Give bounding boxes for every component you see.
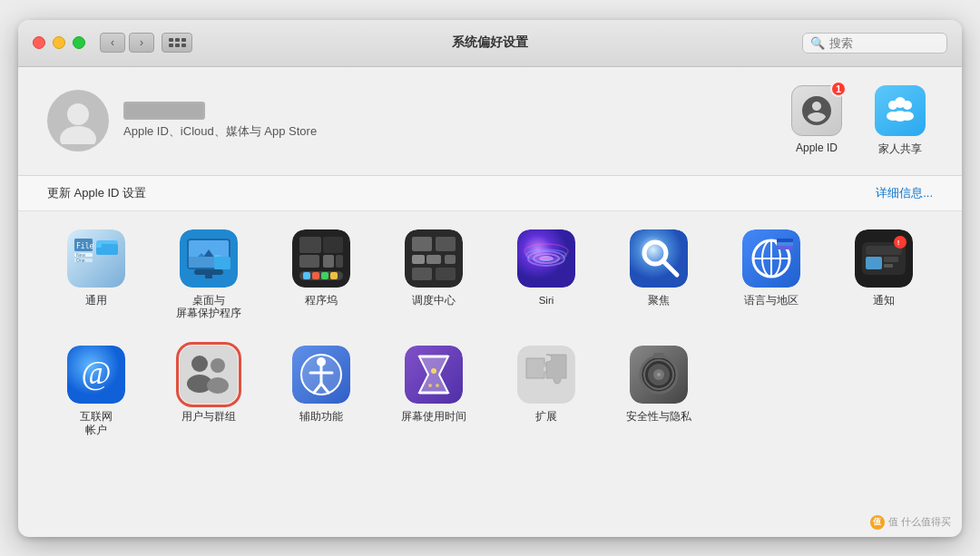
svg-text:File: File (76, 242, 93, 250)
grid-item-screentime[interactable]: 屏幕使用时间 (381, 346, 486, 437)
grid-item-internet[interactable]: @ 互联网帐户 (44, 346, 149, 437)
svg-point-95 (436, 384, 439, 387)
banner: 更新 Apple ID 设置 详细信息... (18, 176, 962, 211)
maximize-button[interactable] (73, 36, 85, 49)
svg-point-93 (431, 368, 436, 374)
svg-rect-42 (412, 237, 432, 251)
grid-item-notifications[interactable]: ! 通知 (831, 229, 936, 321)
mission-icon (405, 229, 463, 288)
svg-point-0 (67, 103, 89, 125)
watermark-text: 值 什么值得买 (888, 515, 951, 529)
siri-icon (517, 229, 575, 288)
svg-point-80 (211, 358, 225, 373)
wallpaper-icon (180, 229, 238, 288)
main-window: ‹ › 系统偏好设置 🔍 Apple ID、iCloud、媒体与 (18, 20, 962, 537)
forward-button[interactable]: › (129, 33, 154, 53)
family-sharing-icon-bg (875, 85, 926, 136)
family-sharing-icon-item[interactable]: 家人共享 (867, 85, 933, 157)
nav-buttons: ‹ › (100, 33, 154, 53)
apple-id-icon-item[interactable]: 1 Apple ID (784, 85, 849, 154)
svg-rect-33 (299, 255, 319, 268)
back-button[interactable]: ‹ (100, 33, 125, 53)
internet-label: 互联网帐户 (80, 410, 113, 437)
internet-icon: @ (67, 346, 125, 404)
svg-rect-39 (321, 272, 328, 279)
grid-item-dock[interactable]: 程序坞 (269, 229, 374, 321)
svg-rect-35 (336, 255, 343, 268)
general-icon: File New One (67, 229, 125, 288)
accessibility-icon (292, 346, 350, 404)
top-right-icons: 1 Apple ID (784, 85, 933, 157)
traffic-lights (33, 36, 85, 49)
dock-icon (292, 229, 350, 288)
grid-icon (169, 38, 186, 47)
grid-item-general[interactable]: File New One 通用 (44, 229, 149, 321)
svg-rect-74 (884, 264, 893, 268)
grid-item-spotlight[interactable]: 聚焦 (606, 229, 711, 321)
svg-rect-65 (777, 242, 793, 246)
minimize-button[interactable] (53, 36, 65, 49)
svg-point-78 (191, 356, 208, 372)
svg-rect-64 (777, 239, 793, 242)
avatar (47, 90, 109, 151)
grid-item-wallpaper[interactable]: 桌面与屏幕保护程序 (156, 229, 261, 321)
apple-id-label: Apple ID (796, 141, 838, 154)
apple-id-badge: 1 (830, 81, 847, 97)
profile-subtitle: Apple ID、iCloud、媒体与 App Store (123, 123, 317, 140)
notifications-label: 通知 (873, 294, 895, 307)
notifications-icon: ! (855, 229, 913, 288)
svg-rect-55 (630, 229, 688, 288)
svg-text:One: One (76, 258, 85, 263)
svg-rect-40 (330, 272, 338, 279)
banner-text: 更新 Apple ID 设置 (47, 185, 146, 201)
family-sharing-icon-wrapper (875, 85, 926, 136)
search-icon: 🔍 (810, 36, 825, 50)
banner-link[interactable]: 详细信息... (876, 185, 933, 201)
svg-rect-44 (412, 255, 425, 264)
apple-id-icon-wrapper: 1 (791, 85, 842, 136)
profile-info: Apple ID、iCloud、媒体与 App Store (123, 102, 317, 140)
users-icon (180, 346, 238, 404)
profile-section[interactable]: Apple ID、iCloud、媒体与 App Store 1 Apple ID (18, 67, 962, 176)
accessibility-label: 辅助功能 (299, 410, 343, 424)
extensions-label: 扩展 (535, 410, 557, 424)
svg-rect-18 (96, 244, 102, 248)
dock-label: 程序坞 (305, 294, 338, 307)
language-label: 语言与地区 (744, 294, 799, 307)
grid-item-siri[interactable]: Siri (494, 229, 599, 321)
grid-item-mission[interactable]: 调度中心 (381, 229, 486, 321)
search-input[interactable] (829, 36, 938, 50)
close-button[interactable] (33, 36, 45, 49)
grid-item-security[interactable]: 安全性与隐私 (606, 346, 711, 437)
svg-rect-73 (884, 257, 898, 262)
svg-rect-31 (299, 237, 321, 253)
svg-point-70 (894, 236, 906, 249)
settings-grid: File New One 通用 (18, 211, 962, 456)
svg-rect-48 (436, 268, 456, 280)
svg-rect-47 (412, 268, 432, 280)
svg-rect-38 (312, 272, 319, 279)
profile-name (123, 102, 317, 120)
general-label: 通用 (85, 294, 107, 307)
svg-text:!: ! (897, 239, 900, 247)
grid-item-language[interactable]: 语言与地区 (719, 229, 824, 321)
grid-view-button[interactable] (162, 33, 192, 53)
svg-rect-25 (194, 269, 223, 275)
svg-point-101 (657, 373, 661, 376)
watermark: 值 值 什么值得买 (870, 515, 951, 530)
grid-item-extensions[interactable]: 扩展 (494, 346, 599, 437)
svg-rect-77 (180, 346, 238, 404)
svg-rect-45 (426, 255, 441, 264)
svg-rect-32 (323, 237, 343, 253)
svg-rect-43 (436, 237, 456, 251)
family-sharing-label: 家人共享 (878, 141, 922, 157)
svg-point-1 (60, 126, 96, 144)
grid-item-users[interactable]: 用户与群组 (156, 346, 261, 437)
watermark-logo: 值 (870, 515, 885, 530)
window-title: 系统偏好设置 (452, 34, 528, 51)
screentime-icon (405, 346, 463, 404)
search-box[interactable]: 🔍 (802, 33, 947, 54)
grid-item-accessibility[interactable]: 辅助功能 (269, 346, 374, 437)
svg-rect-72 (866, 257, 882, 269)
mission-label: 调度中心 (412, 294, 456, 307)
